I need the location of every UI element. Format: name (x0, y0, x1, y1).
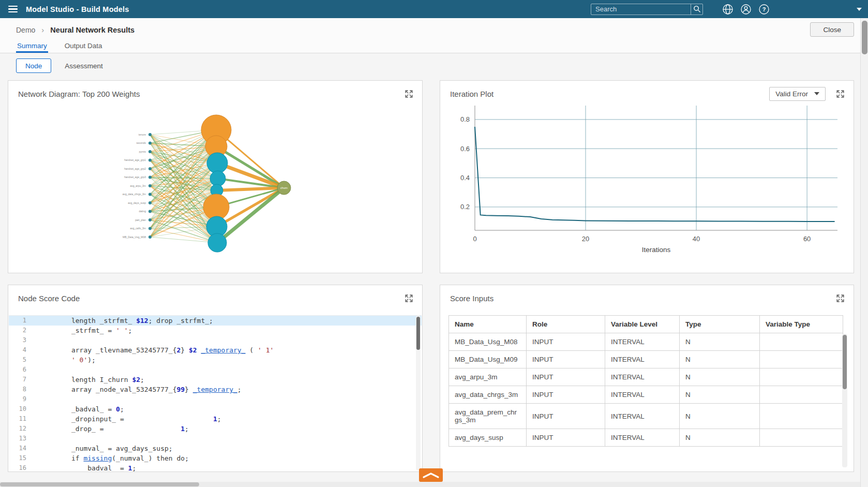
globe-icon[interactable] (722, 4, 734, 15)
scrollbar-thumb[interactable] (862, 21, 867, 54)
table-cell (760, 386, 843, 404)
code-line: 10 _badval_ = 0; (9, 404, 422, 414)
svg-text:handset_age_grp1: handset_age_grp1 (124, 158, 146, 161)
code-line: 4 array _tlevname_53245777_{2} $2 _tempo… (9, 345, 422, 355)
score-inputs-table: NameRoleVariable LevelTypeVariable TypeM… (448, 315, 843, 447)
table-row[interactable]: avg_data_prem_chrgs_3mINPUTINTERVALN (449, 404, 843, 429)
svg-text:0: 0 (473, 235, 476, 243)
tab-output-data[interactable]: Output Data (64, 42, 103, 53)
help-icon[interactable]: ? (758, 4, 770, 15)
svg-text:avg_days_susp: avg_days_susp (128, 201, 146, 204)
chevron-down-icon (814, 92, 819, 95)
code-line: 15 if missing(_numval_) then do; (9, 453, 422, 463)
tab-bar: Summary Output Data (0, 41, 868, 53)
menu-icon[interactable] (8, 6, 18, 12)
table-row[interactable]: avg_data_chrgs_3mINPUTINTERVALN (449, 386, 843, 404)
table-cell: N (680, 429, 760, 447)
chevron-up-icon (422, 471, 440, 479)
top-bar: Model Studio - Build Models ? (0, 0, 868, 18)
score-inputs-panel: Score Inputs NameRoleVariable LevelTypeV… (440, 285, 854, 472)
chevron-down-icon[interactable] (857, 8, 862, 11)
table-cell: INPUT (527, 351, 605, 368)
search-box[interactable] (591, 4, 703, 15)
svg-text:handset_age_grp3: handset_age_grp3 (124, 175, 146, 179)
column-header[interactable]: Variable Type (760, 316, 843, 333)
table-header-row: NameRoleVariable LevelTypeVariable Type (449, 316, 843, 333)
search-icon[interactable] (691, 4, 702, 14)
breadcrumb-parent[interactable]: Demo (16, 26, 35, 34)
svg-text:20: 20 (582, 235, 589, 243)
table-cell: MB_Data_Usg_M08 (449, 333, 527, 351)
table-cell: avg_data_prem_chrgs_3m (449, 404, 527, 429)
code-line: 6 (9, 365, 422, 375)
table-cell (760, 404, 843, 429)
table-row[interactable]: MB_Data_Usg_M08INPUTINTERVALN (449, 333, 843, 351)
code-line: 12 _drop_ = 1; (9, 424, 422, 434)
table-cell: N (680, 404, 760, 429)
panel-title: Score Inputs (450, 294, 493, 303)
table-cell: INTERVAL (605, 429, 680, 447)
score-inputs-table-wrap: NameRoleVariable LevelTypeVariable TypeM… (448, 315, 847, 468)
page-title: Neural Network Results (50, 26, 134, 34)
horizontal-scrollbar[interactable] (0, 482, 868, 487)
app-window: Model Studio - Build Models ? Demo › (0, 0, 868, 487)
table-cell: N (680, 368, 760, 386)
code-line: 1 length _strfmt_ $12; drop _strfmt_; (9, 316, 422, 326)
breadcrumb-row: Demo › Neural Network Results Close (0, 18, 868, 41)
maximize-icon[interactable] (405, 294, 413, 303)
expand-bottom-panel-button[interactable] (419, 468, 443, 482)
close-button[interactable]: Close (810, 22, 854, 37)
code-line: 3 (9, 335, 422, 345)
score-code-panel: Node Score Code 1 length _strfmt_ $12; d… (8, 285, 423, 472)
panel-title: Iteration Plot (450, 90, 493, 98)
scrollbar-thumb[interactable] (843, 335, 847, 389)
table-cell (760, 429, 843, 447)
scrollbar-thumb[interactable] (0, 482, 199, 486)
table-row[interactable]: avg_days_suspINPUTINTERVALN (449, 429, 843, 447)
table-cell: INTERVAL (605, 351, 680, 368)
table-cell (760, 368, 843, 386)
svg-text:40: 40 (693, 235, 700, 243)
column-header[interactable]: Name (449, 316, 527, 333)
search-input[interactable] (591, 5, 691, 13)
maximize-icon[interactable] (836, 294, 845, 303)
svg-text:Iterations: Iterations (642, 246, 671, 254)
panel-header: Iteration Plot Valid Error (440, 81, 854, 102)
maximize-icon[interactable] (405, 90, 413, 98)
column-header[interactable]: Type (680, 316, 760, 333)
breadcrumb: Demo › Neural Network Results (16, 25, 134, 34)
code-editor[interactable]: 1 length _strfmt_ $12; drop _strfmt_;2 _… (9, 315, 422, 471)
column-header[interactable]: Variable Level (605, 316, 680, 333)
maximize-icon[interactable] (836, 90, 845, 98)
table-cell: avg_arpu_3m (449, 368, 527, 386)
subtab-node[interactable]: Node (16, 58, 51, 73)
svg-text:60: 60 (803, 235, 811, 243)
table-row[interactable]: avg_arpu_3mINPUTINTERVALN (449, 368, 843, 386)
code-line: 13 (9, 434, 422, 444)
table-cell: INTERVAL (605, 333, 680, 351)
table-cell: INPUT (527, 333, 605, 351)
vertical-scrollbar[interactable] (860, 18, 868, 487)
code-line: 14 _numval_ = avg_days_susp; (9, 444, 422, 453)
svg-text:tenure: tenure (139, 133, 146, 136)
table-row[interactable]: MB_Data_Usg_M09INPUTINTERVALN (449, 351, 843, 368)
series-select-value: Valid Error (775, 90, 808, 98)
tab-summary[interactable]: Summary (16, 42, 48, 53)
subtab-assessment[interactable]: Assessment (65, 62, 103, 70)
iteration-plot: 0.20.40.60.80204060Iterations (440, 102, 854, 273)
user-icon[interactable] (740, 4, 752, 15)
svg-text:0.8: 0.8 (460, 115, 470, 123)
table-scrollbar[interactable] (842, 334, 847, 467)
code-scrollbar[interactable] (416, 316, 421, 470)
scrollbar-thumb[interactable] (416, 317, 420, 350)
code-line: 7 length I_churn $2; (9, 375, 422, 385)
table-cell: N (680, 333, 760, 351)
series-select[interactable]: Valid Error (769, 87, 826, 101)
svg-text:0.4: 0.4 (460, 174, 470, 182)
column-header[interactable]: Role (527, 316, 605, 333)
panel-header: Node Score Code (8, 285, 422, 307)
table-cell: INPUT (527, 368, 605, 386)
iteration-plot-panel: Iteration Plot Valid Error 0.20.40.60.80… (440, 80, 854, 273)
code-line: 9 (9, 394, 422, 404)
svg-text:0.6: 0.6 (460, 145, 470, 153)
